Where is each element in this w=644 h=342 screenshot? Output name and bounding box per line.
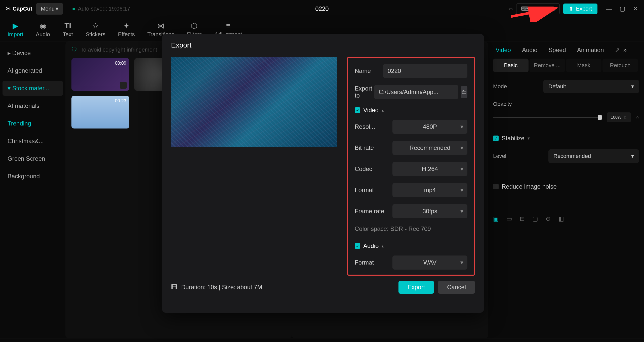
opacity-value[interactable]: 100%⇅ [607, 112, 631, 122]
audio-format-label: Format [355, 259, 392, 266]
export-dialog: Export Name Export to 🗀 ✓ Video ▴ Resol.… [162, 34, 484, 313]
close-icon[interactable]: ✕ [633, 5, 638, 12]
path-input[interactable] [374, 85, 458, 99]
filters-icon: ⬡ [189, 21, 199, 30]
media-thumb[interactable]: 00:23 [71, 96, 129, 129]
stickers-icon: ☆ [90, 21, 101, 30]
tool-icon[interactable]: ▣ [493, 215, 499, 222]
opacity-slider[interactable] [493, 117, 602, 118]
color-space-note: Color space: SDR - Rec.709 [355, 225, 467, 232]
subtab-remove[interactable]: Remove ... [530, 59, 565, 72]
sidebar-item-background[interactable]: Background [3, 169, 63, 184]
video-section-header[interactable]: ✓ Video ▴ [355, 107, 467, 114]
tool-icon[interactable]: ◧ [558, 215, 564, 222]
sidebar-item-ai-materials[interactable]: AI materials [3, 98, 63, 113]
audio-icon: ◉ [38, 21, 48, 30]
sidebar-item-ai-generated[interactable]: AI generated [3, 63, 63, 78]
subtab-retouch[interactable]: Retouch [602, 59, 638, 72]
keyframe-icon[interactable]: ◇ [636, 115, 639, 120]
annotation-arrow [511, 7, 558, 22]
timeline: ⬚▾ ↶ ↷ ⟘ ⟙ ⟘ 🗑 ▢ |00:00 20 |00:25 Stabil… [0, 338, 644, 342]
sidebar-item-trending[interactable]: Trending [3, 116, 63, 131]
checkbox-on-icon: ✓ [355, 243, 360, 249]
inspector-tab-animation[interactable]: Animation [577, 47, 604, 54]
inspector-tab-video[interactable]: Video [496, 47, 511, 54]
mode-select[interactable]: Default▾ [543, 80, 639, 93]
sidebar: ▸ Device AI generated ▾ Stock mater... A… [0, 41, 65, 338]
fps-label: Frame rate [355, 208, 392, 215]
level-select[interactable]: Recommended▾ [548, 149, 639, 163]
menu-button[interactable]: Menu▾ [36, 3, 63, 15]
export-button[interactable]: ⬆ Export [563, 4, 597, 14]
folder-icon: 🗀 [461, 89, 467, 95]
film-icon: 🎞 [171, 284, 177, 291]
opacity-label: Opacity [493, 101, 512, 107]
sidebar-item-stock[interactable]: ▾ Stock mater... [3, 81, 63, 96]
checkbox-off-icon [493, 184, 499, 189]
minimize-icon[interactable]: — [606, 5, 612, 12]
tool-tab-stickers[interactable]: ☆Stickers [86, 21, 105, 38]
resolution-select[interactable]: 480P [392, 120, 467, 134]
sidebar-item-device[interactable]: ▸ Device [3, 46, 63, 61]
effects-icon: ✦ [121, 21, 132, 30]
media-thumb[interactable]: 00:09 [71, 58, 129, 91]
tool-tab-import[interactable]: ▶Import [8, 21, 23, 38]
chevron-up-icon: ▴ [382, 244, 384, 248]
fps-select[interactable]: 30fps [392, 204, 467, 218]
format-select[interactable]: mp4 [392, 183, 467, 197]
inspector-tab-speed[interactable]: Speed [548, 47, 566, 54]
project-title: 0220 [315, 5, 329, 12]
text-icon: TI [63, 21, 73, 30]
autosave-status: ● Auto saved: 19:06:17 [72, 6, 130, 12]
maximize-icon[interactable]: ▢ [620, 5, 625, 12]
duration-info: 🎞 Duration: 10s | Size: about 7M [171, 284, 262, 291]
export-confirm-button[interactable]: Export [398, 281, 434, 294]
tool-tab-effects[interactable]: ✦Effects [118, 21, 135, 38]
audio-format-select[interactable]: WAV [392, 255, 467, 270]
path-label: Export to [355, 85, 374, 99]
tool-tab-audio[interactable]: ◉Audio [36, 21, 50, 38]
audio-section-header[interactable]: ✓ Audio ▴ [355, 242, 467, 249]
export-icon: ⬆ [569, 6, 573, 12]
adjustment-icon: ≡ [223, 21, 233, 30]
mode-label: Mode [493, 83, 507, 90]
inspector-tab-audio[interactable]: Audio [522, 47, 537, 54]
transitions-icon: ⋈ [155, 21, 166, 30]
inspector: Video Audio Speed Animation ↗ » Basic Re… [488, 41, 644, 338]
resolution-label: Resol... [355, 123, 392, 130]
inspector-tab-more[interactable]: ↗ » [615, 47, 627, 54]
subtab-mask[interactable]: Mask [566, 59, 601, 72]
subtab-basic[interactable]: Basic [493, 59, 529, 72]
app-name: CapCut [13, 6, 32, 12]
name-input[interactable] [383, 64, 467, 78]
sidebar-item-christmas[interactable]: Christmas&... [3, 134, 63, 149]
checkbox-on-icon: ✓ [355, 107, 360, 113]
level-label: Level [493, 153, 506, 159]
import-icon: ▶ [10, 21, 21, 30]
format-label: Format [355, 187, 392, 194]
bitrate-select[interactable]: Recommended [392, 141, 467, 155]
tool-icon[interactable]: ▭ [506, 215, 512, 222]
name-label: Name [355, 67, 383, 74]
sidebar-item-green-screen[interactable]: Green Screen [3, 151, 63, 166]
download-icon[interactable] [120, 82, 127, 89]
timeline-toolbar: ⬚▾ ↶ ↷ ⟘ ⟙ ⟘ 🗑 ▢ [0, 338, 644, 342]
export-preview [171, 57, 337, 147]
checkbox-on-icon: ✓ [493, 136, 499, 141]
tool-icon[interactable]: ⊖ [546, 215, 551, 222]
check-circle-icon: ● [72, 6, 75, 12]
tool-icon[interactable]: ▢ [532, 215, 538, 222]
reduce-noise-toggle[interactable]: Reduce image noise [493, 183, 639, 190]
chevron-up-icon: ▴ [382, 108, 384, 113]
logo-icon: ✂ [6, 6, 11, 12]
chevron-down-icon: ▾ [56, 6, 58, 12]
shield-icon: 🛡 [71, 47, 77, 53]
tool-icon[interactable]: ⊟ [520, 215, 525, 222]
browse-button[interactable]: 🗀 [461, 86, 467, 98]
svg-line-0 [511, 9, 553, 17]
cancel-button[interactable]: Cancel [438, 281, 475, 294]
stabilize-toggle[interactable]: ✓ Stabilize ▾ [493, 135, 639, 142]
bitrate-label: Bit rate [355, 144, 392, 151]
tool-tab-text[interactable]: TIText [63, 21, 73, 38]
codec-select[interactable]: H.264 [392, 162, 467, 176]
